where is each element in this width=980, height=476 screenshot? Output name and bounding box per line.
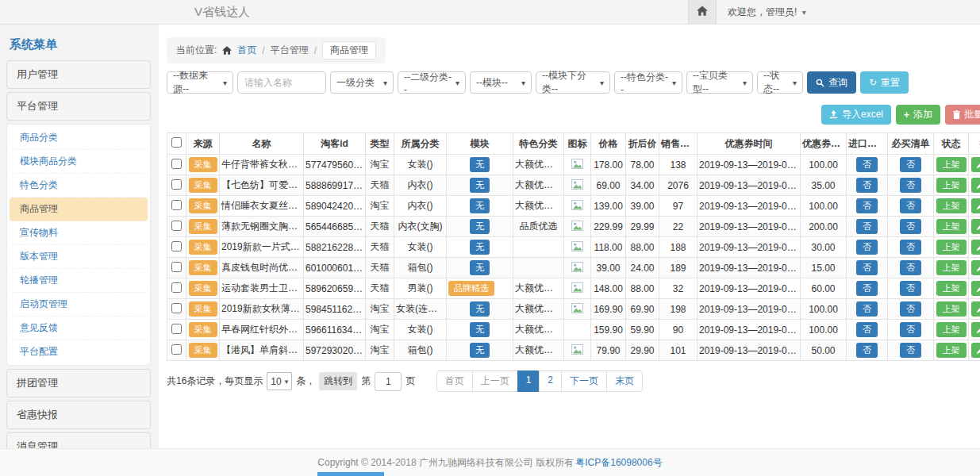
status-toggle[interactable]: 上架 (936, 260, 967, 274)
must-buy-toggle[interactable]: 否 (900, 219, 921, 233)
data-source-filter[interactable]: --数据来源--▾ (167, 71, 233, 94)
must-buy-toggle[interactable]: 否 (900, 240, 921, 254)
select-all-checkbox[interactable] (171, 137, 182, 148)
sidebar-section[interactable]: 平台管理 (6, 92, 151, 121)
import-select-toggle[interactable]: 否 (856, 157, 878, 171)
icp-link[interactable]: 粤ICP备16098006号 (575, 456, 662, 470)
row-checkbox[interactable] (171, 159, 182, 169)
status-toggle[interactable]: 上架 (936, 157, 967, 171)
status-toggle[interactable]: 上架 (936, 240, 967, 254)
must-buy-toggle[interactable]: 否 (900, 343, 921, 357)
item-type-filter[interactable]: --宝贝类型--▾ (686, 71, 753, 94)
sidebar-section[interactable]: 省惠快报 (6, 401, 151, 429)
sidebar-item[interactable]: 商品分类 (10, 126, 148, 150)
add-button[interactable]: + 添加 (896, 105, 940, 125)
per-page-select[interactable]: 10 ▾ (267, 372, 292, 390)
edit-button[interactable] (971, 301, 980, 317)
sidebar-item[interactable]: 模块商品分类 (10, 150, 148, 174)
row-checkbox[interactable] (171, 282, 182, 293)
discount-price: 29.99 (626, 217, 659, 237)
status-toggle[interactable]: 上架 (936, 301, 967, 316)
edit-button[interactable] (971, 343, 980, 358)
price: 148.00 (591, 278, 626, 299)
caret-down-icon: ▾ (521, 79, 525, 87)
edit-button[interactable] (971, 157, 980, 172)
row-checkbox[interactable] (171, 200, 182, 210)
batch-delete-button[interactable]: 批量删除 (945, 105, 980, 125)
select-value: --状态-- (763, 69, 790, 96)
import-select-toggle[interactable]: 否 (856, 322, 878, 336)
sidebar-section[interactable]: 拼团管理 (6, 369, 151, 397)
page-button[interactable]: 上一页 (472, 370, 518, 392)
sidebar-item-active[interactable]: 商品管理 (10, 198, 148, 221)
feature-category-filter[interactable]: --特色分类--▾ (614, 71, 682, 94)
sidebar-item[interactable]: 启动页管理 (10, 293, 148, 317)
row-checkbox[interactable] (171, 262, 182, 272)
must-buy-toggle[interactable]: 否 (900, 322, 921, 336)
must-buy-toggle[interactable]: 否 (900, 157, 921, 171)
edit-button[interactable] (971, 260, 980, 275)
level1-category-filter[interactable]: 一级分类▾ (330, 71, 394, 94)
status-toggle[interactable]: 上架 (936, 219, 967, 233)
import-select-toggle[interactable]: 否 (856, 281, 878, 295)
sidebar-item[interactable]: 意见反馈 (10, 317, 148, 340)
row-checkbox[interactable] (171, 303, 182, 313)
sidebar-item[interactable]: 特色分类 (10, 174, 148, 198)
row-checkbox[interactable] (171, 241, 182, 251)
page-button[interactable]: 末页 (606, 370, 643, 392)
sidebar-item[interactable]: 版本管理 (10, 245, 148, 269)
page-button[interactable]: 下一页 (561, 370, 607, 392)
sidebar-item[interactable]: 宣传物料 (10, 221, 148, 245)
name-search-input[interactable] (237, 71, 326, 94)
page-button[interactable]: 首页 (436, 370, 473, 392)
edit-button[interactable] (971, 198, 980, 213)
page-button[interactable]: 2 (539, 370, 562, 392)
edit-button[interactable] (971, 281, 980, 296)
import-select-toggle[interactable]: 否 (856, 240, 878, 254)
import-select-toggle[interactable]: 否 (856, 198, 878, 213)
jump-page-input[interactable] (375, 372, 402, 391)
query-button[interactable]: 查询 (807, 71, 856, 94)
import-select-toggle[interactable]: 否 (856, 260, 878, 274)
status-toggle[interactable]: 上架 (936, 198, 967, 213)
must-buy-toggle[interactable]: 否 (900, 301, 921, 316)
must-buy-toggle[interactable]: 否 (900, 260, 921, 274)
import-select-toggle[interactable]: 否 (856, 343, 878, 357)
edit-button[interactable] (971, 240, 980, 255)
edit-button[interactable] (971, 322, 980, 337)
row-checkbox[interactable] (171, 344, 182, 355)
import-select-toggle[interactable]: 否 (856, 219, 878, 233)
import-select-toggle[interactable]: 否 (856, 178, 878, 192)
sidebar-section[interactable]: 用户管理 (6, 60, 151, 89)
reset-button[interactable]: ↻重置 (860, 71, 909, 94)
cell-icon (564, 217, 591, 237)
module-sub-filter[interactable]: --模块下分类--▾ (536, 71, 610, 94)
status-toggle[interactable]: 上架 (936, 343, 967, 357)
row-checkbox[interactable] (171, 221, 182, 231)
must-buy-toggle[interactable]: 否 (900, 178, 921, 192)
home-button[interactable] (688, 0, 717, 25)
taoke-id: 588216228899 (304, 237, 366, 258)
row-select-cell (167, 278, 186, 299)
sidebar-item[interactable]: 轮播管理 (10, 269, 148, 293)
status-toggle[interactable]: 上架 (936, 178, 967, 192)
status-toggle[interactable]: 上架 (936, 281, 967, 295)
must-buy-toggle[interactable]: 否 (900, 281, 921, 295)
cell-module: 无 (447, 175, 513, 196)
import-excel-button[interactable]: 导入excel (821, 105, 891, 125)
level2-category-filter[interactable]: --二级分类--▾ (398, 71, 466, 94)
jump-button[interactable]: 跳转到 (319, 372, 357, 390)
row-checkbox[interactable] (171, 324, 182, 334)
import-select-toggle[interactable]: 否 (856, 301, 878, 316)
sidebar-item[interactable]: 平台配置 (10, 340, 148, 363)
edit-button[interactable] (971, 219, 980, 234)
module-filter[interactable]: --模块--▾ (470, 71, 532, 94)
edit-button[interactable] (971, 178, 980, 193)
status-filter[interactable]: --状态--▾ (757, 71, 803, 94)
user-menu[interactable]: 欢迎您，管理员! ▾ (728, 6, 806, 19)
page-button[interactable]: 1 (517, 370, 540, 392)
breadcrumb-home-link[interactable]: 首页 (237, 44, 256, 57)
status-toggle[interactable]: 上架 (936, 322, 967, 336)
row-checkbox[interactable] (171, 179, 182, 190)
must-buy-toggle[interactable]: 否 (900, 198, 921, 213)
